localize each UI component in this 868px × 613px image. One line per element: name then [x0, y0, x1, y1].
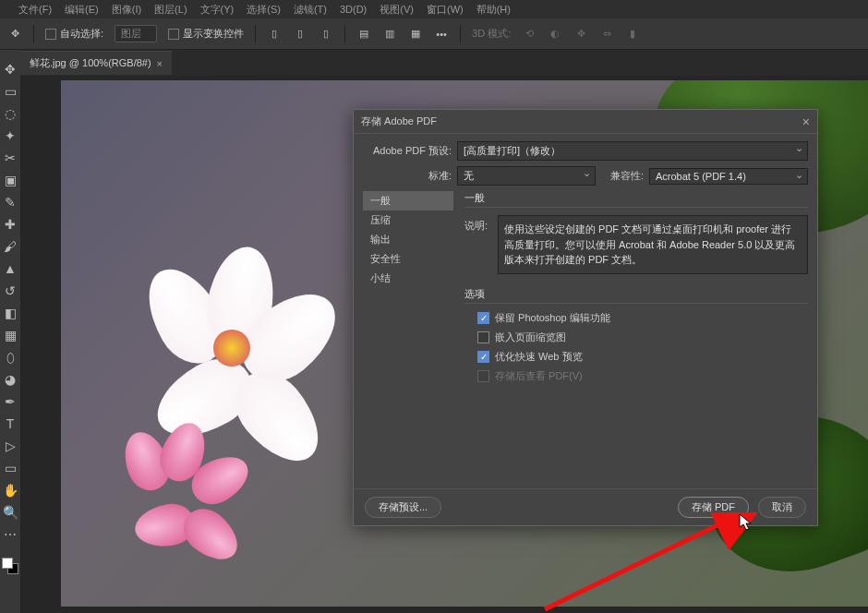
show-transform-check[interactable]: 显示变换控件 — [168, 27, 244, 41]
dialog-title: 存储 Adobe PDF — [361, 114, 437, 128]
align-left-icon[interactable]: ▯ — [267, 27, 282, 42]
lasso-tool-icon[interactable]: ◌ — [2, 105, 18, 122]
stamp-tool-icon[interactable]: ▲ — [2, 260, 18, 277]
opt-fast-web[interactable]: ✓ 优化快速 Web 预览 — [477, 350, 808, 364]
sidenav-compression[interactable]: 压缩 — [363, 210, 453, 230]
history-brush-icon[interactable]: ↺ — [2, 282, 18, 299]
checkbox-icon: ✓ — [477, 312, 489, 324]
dialog-footer: 存储预设... 存储 PDF 取消 — [354, 488, 817, 525]
opt-label: 嵌入页面缩览图 — [495, 331, 566, 344]
pen-tool-icon[interactable]: ✒ — [2, 393, 18, 410]
cancel-button[interactable]: 取消 — [758, 497, 806, 518]
menu-item[interactable]: 帮助(H) — [476, 3, 511, 17]
path-select-icon[interactable]: ▷ — [2, 438, 18, 454]
separator — [460, 25, 461, 43]
gradient-tool-icon[interactable]: ▦ — [2, 327, 18, 343]
frame-tool-icon[interactable]: ▣ — [2, 172, 18, 188]
checkbox-icon — [477, 370, 489, 382]
standard-combo[interactable]: 无 — [457, 166, 596, 186]
heal-tool-icon[interactable]: ✚ — [2, 216, 18, 233]
checkbox-icon — [477, 331, 489, 343]
dodge-tool-icon[interactable]: ◕ — [2, 371, 18, 388]
document-tab[interactable]: 鲜花.jpg @ 100%(RGB/8#) × — [20, 51, 172, 75]
menu-item[interactable]: 滤镜(T) — [294, 3, 327, 17]
standard-label: 标准: — [363, 169, 452, 183]
sidenav-summary[interactable]: 小结 — [363, 269, 453, 288]
opt-preserve-editing[interactable]: ✓ 保留 Photoshop 编辑功能 — [477, 311, 808, 325]
close-tab-icon[interactable]: × — [157, 58, 163, 69]
panel-title: 一般 — [464, 191, 808, 208]
options-bar: ✥ 自动选择: 图层 显示变换控件 ▯ ▯ ▯ ▤ ▥ ▦ ••• 3D 模式:… — [0, 18, 868, 50]
sidenav-output[interactable]: 输出 — [363, 230, 453, 249]
preset-combo[interactable]: [高质量打印]（修改） — [457, 141, 808, 161]
desc-textbox[interactable]: 使用这些设定创建的 PDF 文档可通过桌面打印机和 proofer 进行高质量打… — [498, 215, 808, 274]
wand-tool-icon[interactable]: ✦ — [2, 127, 18, 144]
layer-target-select[interactable]: 图层 — [115, 25, 157, 42]
menu-item[interactable]: 文字(Y) — [200, 3, 235, 17]
menu-item[interactable]: 文件(F) — [18, 3, 52, 17]
brush-tool-icon[interactable]: 🖌 — [2, 238, 18, 255]
align-right-icon[interactable]: ▯ — [319, 27, 333, 42]
menu-item[interactable]: 编辑(E) — [65, 3, 99, 17]
checkbox-icon: ✓ — [477, 351, 489, 363]
color-swatches[interactable] — [2, 558, 18, 574]
menu-item[interactable]: 图像(I) — [112, 3, 141, 17]
auto-select-label: 自动选择: — [60, 28, 103, 39]
more-icon[interactable]: ••• — [434, 27, 449, 42]
align-center-icon[interactable]: ▯ — [293, 27, 307, 42]
compat-label: 兼容性: — [601, 169, 644, 183]
compat-combo[interactable]: Acrobat 5 (PDF 1.4) — [649, 168, 808, 185]
3d-slide-icon[interactable]: ⇔ — [599, 27, 614, 42]
blur-tool-icon[interactable]: ⬯ — [2, 349, 18, 366]
shape-tool-icon[interactable]: ▭ — [2, 460, 18, 476]
preset-label: Adobe PDF 预设: — [363, 144, 452, 158]
auto-select-check[interactable]: 自动选择: — [45, 27, 103, 41]
separator — [33, 25, 34, 43]
opt-label: 存储后查看 PDF(V) — [495, 369, 583, 383]
3d-camera-icon[interactable]: ▮ — [625, 27, 640, 42]
dialog-titlebar[interactable]: 存储 Adobe PDF × — [354, 110, 817, 134]
menu-item[interactable]: 视图(V) — [380, 3, 414, 17]
distribute-icon[interactable]: ▥ — [382, 27, 397, 42]
edit-toolbar-icon[interactable]: ⋯ — [2, 526, 18, 543]
crop-tool-icon[interactable]: ✂ — [2, 150, 18, 166]
eyedropper-tool-icon[interactable]: ✎ — [2, 194, 18, 210]
document-tab-title: 鲜花.jpg @ 100%(RGB/8#) — [30, 56, 151, 70]
mode3d-label: 3D 模式: — [472, 27, 511, 41]
sidenav-general[interactable]: 一般 — [363, 191, 453, 210]
sidenav-security[interactable]: 安全性 — [363, 249, 453, 269]
type-tool-icon[interactable]: T — [2, 415, 18, 432]
save-pdf-dialog: 存储 Adobe PDF × Adobe PDF 预设: [高质量打印]（修改）… — [353, 109, 818, 526]
desc-label: 说明: — [464, 215, 490, 274]
eraser-tool-icon[interactable]: ◧ — [2, 305, 18, 321]
options-group-label: 选项 — [464, 287, 808, 304]
main-menubar: 文件(F) 编辑(E) 图像(I) 图层(L) 文字(Y) 选择(S) 滤镜(T… — [0, 0, 868, 18]
opt-view-after-save: 存储后查看 PDF(V) — [477, 369, 808, 383]
menu-item[interactable]: 3D(D) — [340, 4, 367, 15]
save-pdf-button[interactable]: 存储 PDF — [678, 497, 749, 518]
3d-roll-icon[interactable]: ◐ — [548, 27, 562, 42]
distribute-icon[interactable]: ▦ — [408, 27, 423, 42]
menu-item[interactable]: 图层(L) — [154, 3, 187, 17]
3d-orbit-icon[interactable]: ⟲ — [522, 27, 536, 42]
move-tool-icon[interactable]: ✥ — [7, 27, 22, 42]
separator — [255, 25, 256, 43]
move-tool-icon[interactable]: ✥ — [2, 61, 18, 78]
save-preset-button[interactable]: 存储预设... — [365, 497, 441, 518]
menu-item[interactable]: 选择(S) — [247, 3, 281, 17]
close-icon[interactable]: × — [802, 114, 810, 129]
opt-embed-thumbnail[interactable]: 嵌入页面缩览图 — [477, 331, 808, 344]
marquee-tool-icon[interactable]: ▭ — [2, 83, 18, 100]
dialog-sidenav: 一般 压缩 输出 安全性 小结 — [363, 191, 453, 389]
menu-item[interactable]: 窗口(W) — [427, 3, 464, 17]
toolbar: ✥ ▭ ◌ ✦ ✂ ▣ ✎ ✚ 🖌 ▲ ↺ ◧ ▦ ⬯ ◕ ✒ T ▷ ▭ ✋ … — [0, 50, 20, 613]
opt-label: 保留 Photoshop 编辑功能 — [495, 311, 610, 325]
hand-tool-icon[interactable]: ✋ — [2, 482, 18, 499]
opt-label: 优化快速 Web 预览 — [495, 350, 583, 364]
separator — [344, 25, 345, 43]
document-tabbar: 鲜花.jpg @ 100%(RGB/8#) × — [0, 50, 868, 76]
3d-pan-icon[interactable]: ✥ — [573, 27, 588, 42]
distribute-icon[interactable]: ▤ — [356, 27, 371, 42]
zoom-tool-icon[interactable]: 🔍 — [2, 504, 18, 521]
show-transform-label: 显示变换控件 — [183, 28, 244, 39]
